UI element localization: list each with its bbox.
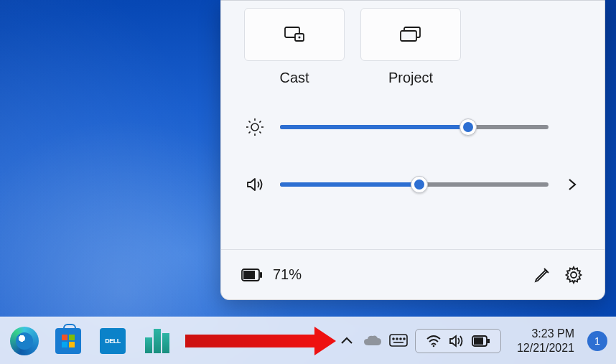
svg-point-19 (393, 338, 394, 340)
input-indicator-icon[interactable] (389, 332, 408, 350)
brightness-row (221, 118, 605, 136)
cast-tile[interactable] (244, 8, 345, 61)
svg-line-11 (259, 131, 261, 133)
brightness-slider[interactable] (280, 125, 549, 129)
project-tile-group: Project (360, 8, 461, 86)
svg-rect-18 (390, 335, 407, 346)
system-tray: 3:23 PM 12/21/2021 1 (337, 327, 607, 355)
edit-quick-settings-button[interactable] (531, 264, 553, 286)
speaker-icon (449, 334, 465, 348)
project-tile[interactable] (360, 8, 461, 61)
edge-app[interactable] (9, 324, 40, 358)
dell-app[interactable]: DELL (97, 324, 129, 358)
volume-row (221, 175, 605, 194)
svg-rect-27 (474, 337, 483, 345)
battery-icon (241, 269, 263, 281)
svg-point-22 (403, 338, 405, 340)
svg-rect-26 (487, 339, 490, 343)
annotation-arrow (185, 335, 316, 347)
taskbar-date: 12/21/2021 (517, 341, 574, 355)
volume-expand-button[interactable] (564, 177, 580, 192)
svg-point-2 (299, 37, 301, 39)
svg-rect-4 (401, 31, 416, 41)
svg-point-5 (251, 123, 258, 131)
taskbar-clock[interactable]: 3:23 PM 12/21/2021 (517, 327, 574, 355)
project-label: Project (388, 70, 433, 86)
battery-percent: 71% (273, 266, 302, 283)
svg-rect-16 (243, 271, 255, 279)
svg-rect-15 (260, 272, 262, 278)
tray-overflow-button[interactable] (337, 332, 356, 350)
network-volume-battery-button[interactable] (415, 329, 501, 353)
cast-label: Cast (279, 70, 309, 86)
taskbar-time: 3:23 PM (517, 327, 574, 341)
microsoft-store-app[interactable] (53, 324, 85, 358)
volume-icon (246, 175, 264, 194)
svg-line-10 (249, 121, 251, 123)
notification-center-button[interactable]: 1 (587, 331, 607, 351)
cast-tile-group: Cast (244, 8, 345, 86)
onedrive-tray-icon[interactable] (363, 332, 382, 350)
volume-thumb[interactable] (411, 176, 428, 193)
svg-line-12 (249, 131, 251, 133)
svg-point-21 (400, 338, 401, 340)
battery-tray-icon (472, 335, 490, 347)
svg-point-24 (433, 345, 435, 347)
svg-line-13 (259, 121, 261, 123)
volume-slider[interactable] (280, 182, 549, 187)
buildings-app[interactable] (141, 324, 173, 358)
settings-button[interactable] (563, 264, 584, 286)
wifi-icon (426, 335, 442, 347)
brightness-icon (246, 118, 264, 136)
project-icon (400, 27, 421, 42)
quick-settings-tiles: Cast Project (221, 1, 605, 86)
svg-point-17 (571, 272, 577, 278)
notification-count: 1 (594, 335, 600, 347)
brightness-thumb[interactable] (459, 118, 477, 136)
svg-point-20 (396, 338, 398, 340)
quick-settings-panel: Cast Project 70 (220, 0, 605, 300)
cast-icon (284, 27, 304, 42)
taskbar: DELL (0, 317, 616, 364)
quick-settings-footer: 71% (221, 249, 605, 299)
